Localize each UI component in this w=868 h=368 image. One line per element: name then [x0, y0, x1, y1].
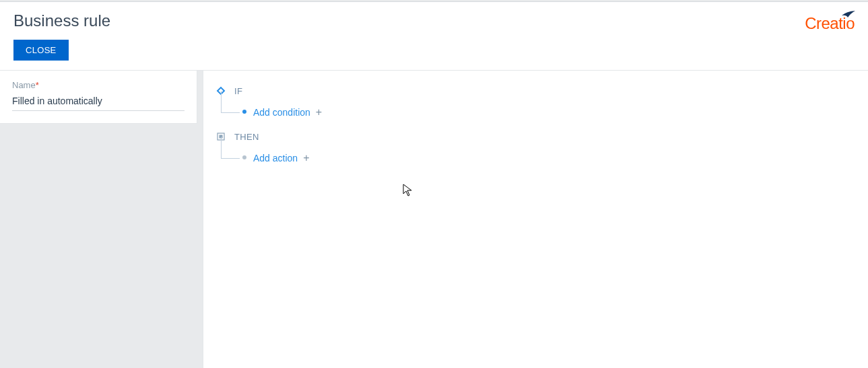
add-action-button[interactable]: Add action +	[253, 152, 310, 164]
close-button[interactable]: CLOSE	[13, 40, 69, 61]
plus-icon: +	[303, 152, 309, 164]
connector	[221, 91, 222, 112]
then-label: THEN	[234, 132, 259, 142]
add-action-row: Add action +	[221, 150, 856, 166]
rule-tree: IF Add condition + THEN	[215, 83, 856, 166]
page-title: Business rule	[13, 11, 855, 30]
then-node: THEN	[215, 128, 856, 145]
cursor-icon	[403, 184, 413, 197]
add-condition-row: Add condition +	[221, 104, 856, 120]
add-action-label: Add action	[253, 153, 298, 163]
if-label: IF	[234, 86, 242, 96]
add-condition-label: Add condition	[253, 107, 310, 118]
name-panel: Name*	[0, 71, 197, 124]
bullet-icon	[242, 155, 246, 159]
if-node: IF	[215, 83, 856, 99]
logo: Creatio	[805, 14, 855, 33]
add-condition-button[interactable]: Add condition +	[253, 106, 322, 118]
name-label-text: Name	[12, 80, 36, 90]
plus-icon: +	[316, 106, 322, 118]
name-input[interactable]	[12, 93, 185, 111]
required-star-icon: *	[36, 80, 39, 90]
connector	[221, 158, 240, 159]
name-label: Name*	[12, 80, 185, 90]
sidebar: Name*	[0, 71, 197, 368]
content: IF Add condition + THEN	[203, 71, 868, 368]
bullet-icon	[242, 110, 246, 114]
main: Name* IF Add condition	[0, 71, 868, 368]
connector	[221, 112, 240, 113]
connector	[221, 137, 222, 158]
header: Business rule CLOSE Creatio	[0, 2, 868, 71]
bird-icon	[841, 10, 856, 18]
